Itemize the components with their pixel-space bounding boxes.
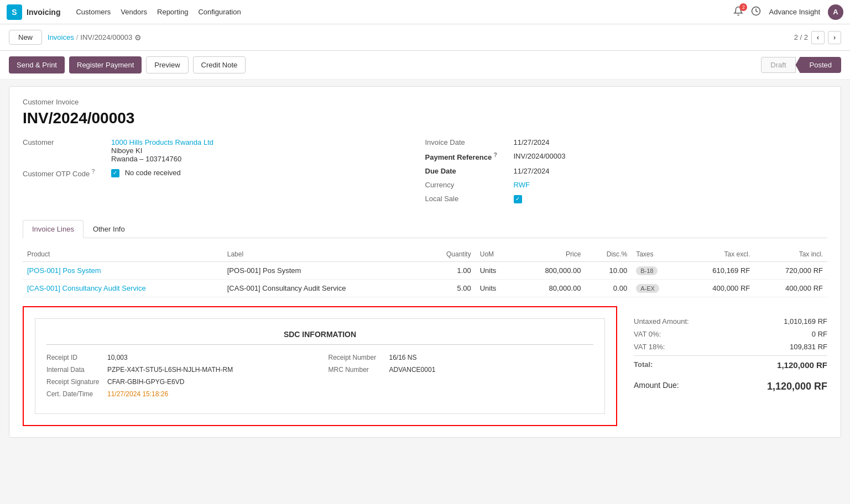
currency-label: Currency (425, 181, 514, 189)
customer-label: Customer (23, 138, 111, 146)
page-next-button[interactable]: › (828, 31, 841, 44)
row-disc: 0.00 (585, 280, 632, 297)
sdc-internal-data-label: Internal Data (46, 366, 107, 374)
col-tax-excl: Tax excl. (682, 247, 755, 262)
breadcrumb-invoices[interactable]: Invoices (48, 33, 74, 41)
menu-vendors[interactable]: Vendors (121, 8, 147, 16)
sdc-mrc-value: ADVANCE0001 (389, 366, 436, 374)
total-value: 1,120,000 RF (777, 360, 827, 370)
table-row: [CAS-001] Consultancy Audit Service [CAS… (23, 280, 827, 297)
gear-icon[interactable]: ⚙ (134, 33, 142, 42)
amount-due-value: 1,120,000 RF (767, 381, 827, 392)
customer-name[interactable]: 1000 Hills Products Rwanda Ltd (111, 138, 213, 146)
new-button[interactable]: New (9, 30, 42, 45)
total-label: Total: (634, 360, 653, 370)
page-count: 2 / 2 (794, 33, 808, 41)
otp-field: Customer OTP Code ? No code received (23, 169, 425, 178)
menu-customers[interactable]: Customers (76, 8, 111, 16)
untaxed-value: 1,010,169 RF (784, 317, 827, 326)
menu-configuration[interactable]: Configuration (198, 8, 241, 16)
sdc-receipt-id-label: Receipt ID (46, 354, 107, 361)
sdc-receipt-id-value: 10,003 (107, 354, 128, 361)
otp-checkbox[interactable] (111, 169, 119, 177)
customer-value: 1000 Hills Products Rwanda Ltd Niboye KI… (111, 138, 213, 163)
col-label: Label (223, 247, 423, 262)
total-row: Total: 1,120,000 RF (634, 355, 827, 372)
sdc-receipt-number-value: 16/16 NS (389, 354, 417, 361)
status-posted[interactable]: Posted (796, 57, 841, 73)
col-uom: UoM (476, 247, 515, 262)
vat18-row: VAT 18%: 109,831 RF (634, 340, 827, 353)
invoice-table: Product Label Quantity UoM Price Disc.% … (23, 247, 827, 297)
due-date-field: Due Date 11/27/2024 (425, 167, 828, 175)
row-tax-excl: 610,169 RF (682, 262, 755, 280)
sdc-inner: SDC INFORMATION Receipt ID 10,003 Intern… (35, 318, 605, 414)
logo-icon: S (7, 4, 22, 20)
col-quantity: Quantity (423, 247, 476, 262)
col-disc: Disc.% (585, 247, 632, 262)
sdc-receipt-sig-label: Receipt Signature (46, 378, 107, 386)
row-uom: Units (476, 262, 515, 280)
breadcrumb-bar: New Invoices / INV/2024/00003 ⚙ 2 / 2 ‹ … (0, 24, 850, 51)
sdc-receipt-sig: Receipt Signature CFAR-GBIH-GPYG-E6VD (46, 378, 312, 386)
menu-reporting[interactable]: Reporting (157, 8, 188, 16)
doc-label: Customer Invoice (23, 98, 827, 106)
invoice-tabs: Invoice Lines Other Info (23, 220, 827, 238)
totals-section: Untaxed Amount: 1,010,169 RF VAT 0%: 0 R… (634, 315, 827, 395)
amount-due-label: Amount Due: (634, 381, 679, 392)
local-sale-field: Local Sale (425, 195, 828, 203)
credit-note-button[interactable]: Credit Note (193, 56, 246, 74)
local-sale-checkbox[interactable] (514, 195, 525, 203)
tab-other-info[interactable]: Other Info (84, 220, 134, 238)
sdc-receipt-id: Receipt ID 10,003 (46, 354, 312, 361)
user-avatar[interactable]: A (828, 4, 843, 20)
pagination: 2 / 2 ‹ › (794, 31, 841, 44)
due-date-value: 11/27/2024 (514, 167, 550, 175)
status-draft[interactable]: Draft (761, 57, 795, 73)
invoice-date-field: Invoice Date 11/27/2024 (425, 138, 828, 146)
invoice-date-value: 11/27/2024 (514, 138, 550, 146)
local-sale-label: Local Sale (425, 195, 514, 203)
app-name: Invoicing (27, 8, 60, 17)
currency-field: Currency RWF (425, 181, 828, 189)
send-print-button[interactable]: Send & Print (9, 56, 65, 74)
due-date-label: Due Date (425, 167, 514, 175)
col-price: Price (515, 247, 585, 262)
notifications-icon[interactable]: 2 (733, 6, 743, 18)
tab-invoice-lines[interactable]: Invoice Lines (23, 220, 84, 238)
row-product[interactable]: [POS-001] Pos System (23, 262, 223, 280)
main-content: Customer Invoice INV/2024/00003 Customer… (9, 86, 841, 438)
action-bar: Send & Print Register Payment Preview Cr… (0, 51, 850, 80)
row-tax: B-18 (632, 262, 681, 280)
vat0-label: VAT 0%: (634, 330, 661, 338)
sdc-mrc: MRC Number ADVANCE0001 (328, 366, 594, 374)
customer-addr2: Rwanda – 103714760 (111, 155, 213, 163)
row-tax-excl: 400,000 RF (682, 280, 755, 297)
payment-ref-label: Payment Reference ? (425, 152, 514, 161)
table-row: [POS-001] Pos System [POS-001] Pos Syste… (23, 262, 827, 280)
col-taxes: Taxes (632, 247, 681, 262)
payment-ref-value: INV/2024/00003 (514, 152, 566, 160)
page-prev-button[interactable]: ‹ (811, 31, 825, 44)
notification-count: 2 (739, 3, 747, 11)
vat0-row: VAT 0%: 0 RF (634, 328, 827, 340)
local-sale-check-icon (514, 195, 522, 203)
untaxed-label: Untaxed Amount: (634, 317, 689, 326)
sdc-receipt-number: Receipt Number 16/16 NS (328, 354, 594, 361)
row-tax: A-EX (632, 280, 681, 297)
sdc-receipt-sig-value: CFAR-GBIH-GPYG-E6VD (107, 378, 184, 386)
currency-value[interactable]: RWF (514, 181, 530, 189)
advance-insight-label: Advance Insight (769, 8, 820, 16)
app-logo[interactable]: S Invoicing (7, 4, 70, 20)
register-payment-button[interactable]: Register Payment (69, 56, 142, 74)
preview-button[interactable]: Preview (146, 56, 188, 74)
sdc-grid: Receipt ID 10,003 Internal Data PZPE-X4X… (46, 354, 593, 402)
clock-icon[interactable] (751, 6, 761, 18)
untaxed-row: Untaxed Amount: 1,010,169 RF (634, 315, 827, 328)
sdc-cert-date: Cert. Date/Time 11/27/2024 15:18:26 (46, 390, 312, 398)
row-product[interactable]: [CAS-001] Consultancy Audit Service (23, 280, 223, 297)
sdc-section: SDC INFORMATION Receipt ID 10,003 Intern… (23, 306, 617, 426)
breadcrumb: Invoices / INV/2024/00003 ⚙ (48, 33, 142, 42)
row-price: 80,000.00 (515, 280, 585, 297)
otp-label: Customer OTP Code ? (23, 169, 111, 178)
